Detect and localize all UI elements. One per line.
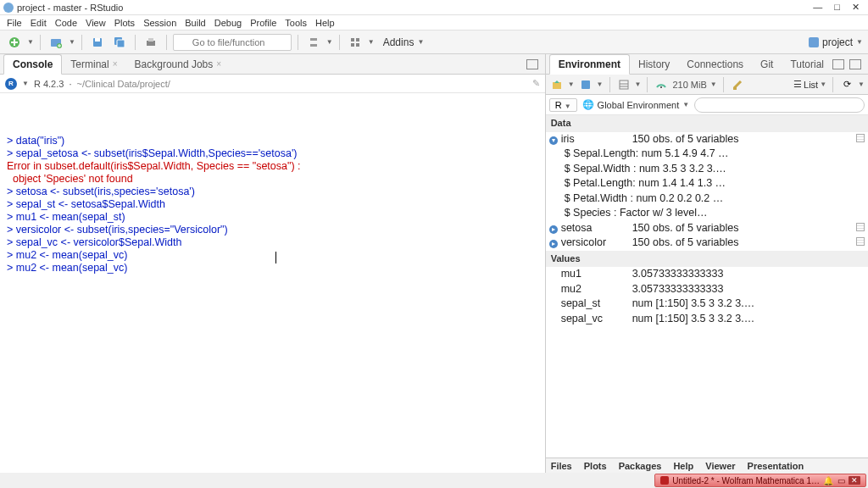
svg-rect-11 xyxy=(351,38,354,42)
tab-packages[interactable]: Packages xyxy=(619,461,662,471)
svg-rect-15 xyxy=(553,82,561,89)
env-subrow[interactable]: $ Petal.Length: num 1.4 1.4 1.3 … xyxy=(549,176,865,191)
grid-dropdown[interactable]: ▼ xyxy=(368,38,375,46)
minimize-pane-icon[interactable] xyxy=(832,59,844,69)
svg-rect-8 xyxy=(148,38,153,42)
expand-icon[interactable]: ▸ xyxy=(549,236,561,251)
tab-background-jobs[interactable]: Background Jobs× xyxy=(126,55,231,74)
tab-viewer[interactable]: Viewer xyxy=(705,461,735,471)
environment-scope-selector[interactable]: 🌐 Global Environment ▼ xyxy=(582,99,690,110)
minimize-button[interactable]: — xyxy=(813,2,822,13)
expand-icon[interactable]: ▾ xyxy=(549,132,561,147)
menu-help[interactable]: Help xyxy=(312,18,338,28)
grid-button[interactable] xyxy=(346,33,364,52)
tab-git[interactable]: Git xyxy=(752,55,782,74)
env-subrow[interactable]: $ Sepal.Width : num 3.5 3 3.2 3.… xyxy=(549,162,865,177)
new-file-dropdown[interactable]: ▼ xyxy=(27,38,34,46)
main-toolbar: ▼ ▼ ↪ ▼ ▼ Addins ▼ project ▼ xyxy=(0,30,868,54)
tab-help[interactable]: Help xyxy=(673,461,693,471)
menu-code[interactable]: Code xyxy=(52,18,81,28)
menu-file[interactable]: File xyxy=(3,18,25,28)
taskbar-item-mathematica[interactable]: Untitled-2 * - Wolfram Mathematica 1… 🔔 … xyxy=(654,474,866,487)
tools-button[interactable] xyxy=(304,33,323,52)
menu-plots[interactable]: Plots xyxy=(111,18,138,28)
env-row[interactable]: ▾iris150 obs. of 5 variables xyxy=(549,132,865,147)
svg-rect-9 xyxy=(310,38,317,41)
menu-debug[interactable]: Debug xyxy=(211,18,245,28)
tab-files[interactable]: Files xyxy=(551,461,572,471)
clear-console-icon[interactable]: ✎ xyxy=(532,78,540,89)
env-subrow[interactable]: $ Sepal.Length: num 5.1 4.9 4.7 … xyxy=(549,147,865,162)
env-row[interactable]: ▸setosa150 obs. of 5 variables xyxy=(549,221,865,236)
memory-gauge-icon[interactable] xyxy=(654,77,669,92)
goto-file-input[interactable] xyxy=(173,34,292,51)
open-recent-dropdown[interactable]: ▼ xyxy=(69,38,75,46)
new-file-button[interactable] xyxy=(5,33,24,52)
console-line: > data("iris") xyxy=(7,135,538,147)
tab-console[interactable]: Console xyxy=(3,54,62,75)
tab-history[interactable]: History xyxy=(630,55,678,74)
language-selector[interactable]: R ▼ xyxy=(549,98,577,112)
bottom-right-tabs: Files Plots Packages Help Viewer Present… xyxy=(546,458,868,473)
taskbar-min-icon[interactable]: ▭ xyxy=(837,476,845,485)
env-subrow[interactable]: $ Petal.Width : num 0.2 0.2 0.2 … xyxy=(549,191,865,207)
clear-workspace-icon[interactable] xyxy=(730,77,745,92)
memory-label[interactable]: 210 MiB xyxy=(672,80,706,90)
tab-environment[interactable]: Environment xyxy=(549,54,630,75)
new-project-button[interactable] xyxy=(47,33,65,52)
refresh-icon[interactable]: ⟳ xyxy=(839,77,854,92)
taskbar-close-icon[interactable]: ✕ xyxy=(849,476,860,485)
svg-rect-19 xyxy=(733,87,737,90)
import-dataset-icon[interactable] xyxy=(616,77,632,92)
print-button[interactable] xyxy=(142,33,160,52)
table-icon[interactable] xyxy=(856,237,865,246)
close-icon[interactable]: × xyxy=(216,59,221,69)
tab-terminal[interactable]: Terminal× xyxy=(62,55,125,74)
tab-plots[interactable]: Plots xyxy=(584,461,607,471)
close-icon[interactable]: × xyxy=(113,59,118,69)
menu-view[interactable]: View xyxy=(82,18,109,28)
project-selector[interactable]: project ▼ xyxy=(809,36,863,48)
save-button[interactable] xyxy=(88,33,107,52)
addins-button[interactable]: Addins ▼ xyxy=(378,36,430,48)
maximize-button[interactable]: □ xyxy=(834,2,840,13)
menu-tools[interactable]: Tools xyxy=(281,18,310,28)
console-line: Error in subset.default(iris$Sepal.Width… xyxy=(7,160,538,173)
r-version-dropdown[interactable]: ▼ xyxy=(22,80,29,87)
tab-presentation[interactable]: Presentation xyxy=(748,461,804,471)
menu-session[interactable]: Session xyxy=(140,18,180,28)
table-icon[interactable] xyxy=(856,134,865,142)
menu-edit[interactable]: Edit xyxy=(27,18,50,28)
console-output[interactable]: > data("iris")> sepal_setosa <- subset(i… xyxy=(0,93,545,473)
tab-connections[interactable]: Connections xyxy=(678,55,752,74)
env-subrow[interactable]: $ Species : Factor w/ 3 level… xyxy=(549,206,865,221)
save-all-button[interactable] xyxy=(110,33,129,52)
env-row[interactable]: sepal_vcnum [1:150] 3.5 3 3.2 3.… xyxy=(549,312,865,327)
right-pane-tabs: Environment History Connections Git Tuto… xyxy=(546,54,868,75)
expand-icon[interactable]: ▸ xyxy=(549,221,561,236)
r-logo-icon: R xyxy=(5,78,17,90)
table-icon[interactable] xyxy=(856,223,865,231)
env-scope-bar: R ▼ 🌐 Global Environment ▼ 🔍 xyxy=(546,95,868,115)
view-mode-selector[interactable]: ☰ List ▼ xyxy=(793,79,826,90)
env-search-input[interactable] xyxy=(694,97,865,113)
menubar: File Edit Code View Plots Session Build … xyxy=(0,15,868,30)
menu-profile[interactable]: Profile xyxy=(247,18,280,28)
close-button[interactable]: ✕ xyxy=(852,2,860,13)
maximize-pane-icon[interactable] xyxy=(849,59,861,69)
tab-tutorial[interactable]: Tutorial xyxy=(782,55,832,74)
env-row[interactable]: sepal_stnum [1:150] 3.5 3 3.2 3.… xyxy=(549,297,865,312)
maximize-pane-icon[interactable] xyxy=(526,59,538,69)
env-section-data: Data xyxy=(546,115,868,132)
load-workspace-icon[interactable] xyxy=(549,77,565,92)
env-row[interactable]: ▸versicolor150 obs. of 5 variables xyxy=(549,236,865,251)
svg-rect-6 xyxy=(117,40,125,47)
save-workspace-icon[interactable] xyxy=(578,77,593,92)
working-dir-label[interactable]: ~/Clinical Data/project/ xyxy=(76,79,170,89)
svg-rect-10 xyxy=(310,44,317,47)
menu-build[interactable]: Build xyxy=(181,18,209,28)
env-row[interactable]: mu13.05733333333333 xyxy=(549,267,865,282)
console-line: object 'Species' not found xyxy=(7,173,538,186)
env-row[interactable]: mu23.05733333333333 xyxy=(549,282,865,297)
tools-dropdown[interactable]: ▼ xyxy=(326,38,333,46)
